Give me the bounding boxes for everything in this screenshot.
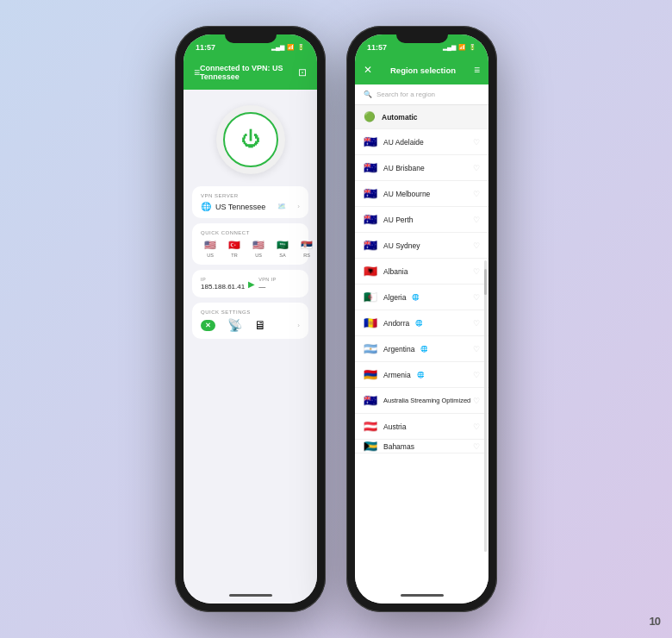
filter-icon[interactable]: ≡ — [474, 64, 480, 76]
qc-label-tr: TR — [231, 253, 237, 258]
qc-label-sa: SA — [279, 253, 285, 258]
power-button-inner[interactable]: ⏻ — [223, 112, 278, 167]
search-bar[interactable]: 🔍 Search for a region — [355, 84, 488, 105]
heart-icon-au-perth[interactable]: ♡ — [473, 216, 480, 224]
wifi-icon: 📶 — [287, 44, 295, 51]
region-name-aus-streaming: Australia Streaming Optimized — [383, 397, 470, 404]
vpn-ip-value: — — [258, 283, 300, 291]
vpn-body: ⏻ VPN SERVER 🌐 US Tennessee 🗺️ › Q — [184, 90, 317, 586]
globe-icon-andorra: 🌐 — [415, 320, 423, 327]
region-name-bahamas: Bahamas — [383, 442, 414, 451]
heart-icon-albania[interactable]: ♡ — [473, 267, 480, 276]
qc-flag-us1: 🇺🇸 — [201, 239, 220, 252]
region-item-bahamas[interactable]: 🇧🇸 Bahamas ♡ — [355, 440, 488, 453]
world-map-icon: 🗺️ — [277, 203, 286, 210]
qc-item-rs[interactable]: 🇷🇸 RS — [297, 239, 316, 258]
power-icon[interactable]: ⏻ — [241, 130, 260, 149]
region-item-albania[interactable]: 🇦🇱 Albania ♡ — [355, 259, 488, 285]
region-item-au-adelaide[interactable]: 🇦🇺 AU Adelaide ♡ — [355, 129, 488, 155]
heart-icon-armenia[interactable]: ♡ — [473, 371, 480, 379]
region-item-algeria[interactable]: 🇩🇿 Algeria 🌐 ♡ — [355, 285, 488, 310]
region-item-au-sydney[interactable]: 🇦🇺 AU Sydney ♡ — [355, 233, 488, 259]
scrollbar-track — [484, 260, 487, 552]
region-name-armenia: Armenia — [383, 371, 411, 379]
heart-icon-austria[interactable]: ♡ — [473, 422, 480, 431]
region-item-left-au-sydney: 🇦🇺 AU Sydney — [364, 239, 420, 252]
region-item-andorra[interactable]: 🇦🇩 Andorra 🌐 ♡ — [355, 310, 488, 336]
heart-icon-argentina[interactable]: ♡ — [473, 345, 480, 353]
region-item-left-bahamas: 🇧🇸 Bahamas — [364, 440, 414, 453]
region-flag-au-brisbane: 🇦🇺 — [364, 161, 377, 174]
qs-toggle-icon: ✕ — [205, 322, 211, 329]
power-section: ⏻ — [184, 90, 317, 186]
heart-icon-au-brisbane[interactable]: ♡ — [473, 164, 480, 172]
battery-icon-right: 🔋 — [469, 44, 476, 51]
scrollbar-thumb[interactable] — [484, 269, 487, 295]
region-item-aus-streaming[interactable]: 🇦🇺 Australia Streaming Optimized ♡ — [355, 388, 488, 414]
region-item-argentina[interactable]: 🇦🇷 Argentina 🌐 ♡ — [355, 336, 488, 362]
close-icon[interactable]: ✕ — [364, 64, 372, 76]
home-bar-right — [401, 594, 444, 597]
qc-label-us1: US — [207, 253, 214, 258]
region-item-armenia[interactable]: 🇦🇲 Armenia 🌐 ♡ — [355, 362, 488, 388]
qc-flag-rs: 🇷🇸 — [297, 239, 316, 252]
qs-icons: ✕ 📡 🖥 › — [201, 318, 300, 332]
region-flag-armenia: 🇦🇲 — [364, 368, 377, 381]
status-time-left: 11:57 — [196, 43, 215, 52]
cast-icon[interactable]: ⊡ — [298, 66, 307, 78]
menu-icon[interactable]: ≡ — [194, 66, 200, 78]
region-item-austria[interactable]: 🇦🇹 Austria ♡ — [355, 414, 488, 440]
region-item-automatic[interactable]: 🟢 Automatic — [355, 105, 488, 129]
search-icon: 🔍 — [364, 91, 372, 98]
ip-section: IP 185.188.61.41 ▶ VPN IP — — [201, 277, 300, 291]
heart-icon-au-sydney[interactable]: ♡ — [473, 241, 480, 250]
qs-toggle[interactable]: ✕ — [201, 320, 215, 331]
vpn-app-header: ≡ Connected to VPN: US Tennessee ⊡ — [184, 59, 317, 90]
region-name-automatic: Automatic — [382, 113, 418, 122]
notch — [225, 34, 277, 43]
server-flag: 🌐 — [201, 202, 211, 211]
qc-label-us2: US — [255, 253, 262, 258]
region-item-left-albania: 🇦🇱 Albania — [364, 265, 408, 278]
region-item-left-au-perth: 🇦🇺 AU Perth — [364, 213, 414, 226]
region-item-left-automatic: 🟢 Automatic — [364, 111, 418, 122]
battery-icon: 🔋 — [297, 44, 305, 51]
qs-router-icon[interactable]: 📡 — [227, 318, 242, 332]
signal-icon: ▂▄▆ — [271, 44, 284, 51]
region-name-au-brisbane: AU Brisbane — [383, 164, 425, 172]
region-item-left-au-brisbane: 🇦🇺 AU Brisbane — [364, 161, 425, 174]
region-item-au-melbourne[interactable]: 🇦🇺 AU Melbourne ♡ — [355, 181, 488, 207]
heart-icon-bahamas[interactable]: ♡ — [473, 442, 480, 451]
wifi-icon-right: 📶 — [458, 44, 466, 51]
region-flag-automatic: 🟢 — [364, 111, 376, 122]
heart-icon-algeria[interactable]: ♡ — [473, 293, 480, 302]
heart-icon-au-adelaide[interactable]: ♡ — [473, 138, 480, 147]
qc-item-us1[interactable]: 🇺🇸 US — [201, 239, 220, 258]
region-name-albania: Albania — [383, 267, 408, 276]
heart-icon-aus-streaming[interactable]: ♡ — [473, 397, 480, 405]
status-time-right: 11:57 — [367, 43, 387, 52]
region-name-au-sydney: AU Sydney — [383, 241, 420, 250]
qc-item-us2[interactable]: 🇺🇸 US — [249, 239, 268, 258]
qc-item-sa[interactable]: 🇸🇦 SA — [273, 239, 292, 258]
globe-icon-argentina: 🌐 — [420, 346, 428, 353]
region-item-au-perth[interactable]: 🇦🇺 AU Perth ♡ — [355, 207, 488, 233]
vpn-server-row[interactable]: 🌐 US Tennessee 🗺️ › — [201, 202, 300, 211]
home-bar-left — [229, 594, 272, 597]
heart-icon-au-melbourne[interactable]: ♡ — [473, 190, 480, 198]
region-name-au-melbourne: AU Melbourne — [383, 190, 430, 198]
region-flag-au-perth: 🇦🇺 — [364, 213, 377, 226]
power-button-outer[interactable]: ⏻ — [216, 105, 285, 174]
qc-item-tr[interactable]: 🇹🇷 TR — [225, 239, 244, 258]
watermark: 10 — [650, 615, 660, 628]
heart-icon-andorra[interactable]: ♡ — [473, 319, 480, 328]
region-name-au-perth: AU Perth — [383, 216, 414, 224]
globe-icon-armenia: 🌐 — [417, 372, 425, 378]
ip-value: 185.188.61.41 — [201, 283, 245, 291]
notch-right — [396, 34, 448, 43]
region-header: ✕ Region selection ≡ — [355, 59, 488, 84]
region-flag-au-sydney: 🇦🇺 — [364, 239, 377, 252]
vpn-ip-block: VPN IP — — [258, 277, 300, 291]
qs-screen-icon[interactable]: 🖥 — [254, 318, 266, 332]
region-item-au-brisbane[interactable]: 🇦🇺 AU Brisbane ♡ — [355, 155, 488, 181]
